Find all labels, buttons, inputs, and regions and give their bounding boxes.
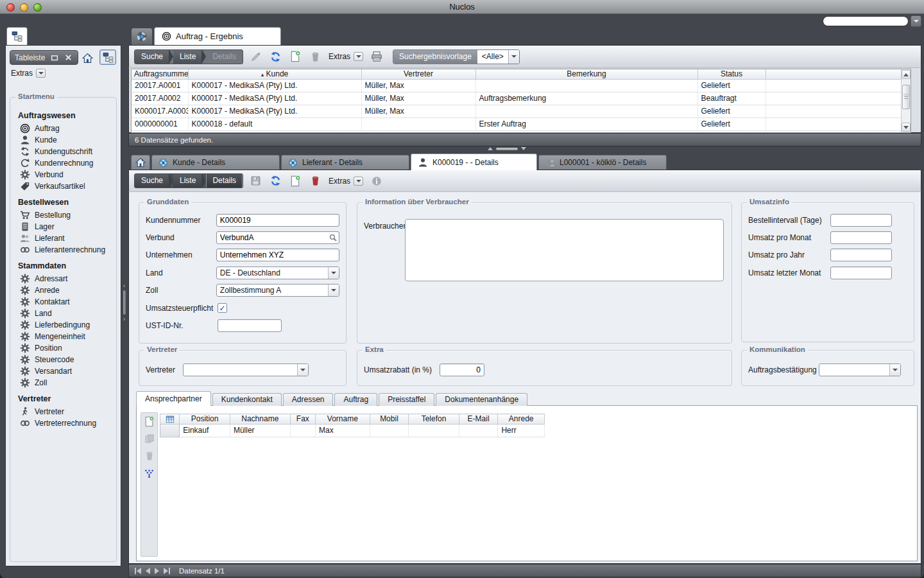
sidebar-item-kontaktart[interactable]: Kontaktart: [18, 296, 114, 308]
splitter-collapse-down-icon[interactable]: [521, 147, 526, 150]
breadcrumb-suche[interactable]: Suche: [135, 173, 169, 188]
subtable-clone-row-button[interactable]: [143, 432, 156, 445]
breadcrumb-details[interactable]: Details: [206, 173, 243, 188]
search-template-select[interactable]: Suchergebnisvorlage <Alle>: [393, 49, 520, 64]
sidebar-item-kundenrechnung[interactable]: Kundenrechnung: [18, 157, 114, 169]
column-header-position[interactable]: Position: [180, 414, 230, 425]
details-extras-button[interactable]: Extras: [327, 177, 364, 186]
collapse-left-icon[interactable]: ‹: [123, 283, 125, 289]
details-home-tab[interactable]: [131, 155, 150, 170]
breadcrumb-liste[interactable]: Liste: [173, 49, 202, 64]
sidebar-item-lager[interactable]: Lager: [18, 221, 114, 232]
sidebar-item-mengeneinheit[interactable]: Mengeneinheit: [18, 331, 114, 342]
subtab-dokumentenanhaenge[interactable]: Dokumentenanhänge: [436, 393, 527, 406]
column-header-status[interactable]: Status: [697, 69, 766, 79]
scroll-up-button[interactable]: [902, 70, 911, 79]
save-button[interactable]: [248, 173, 263, 189]
sidebar-item-kundengutschrift[interactable]: Kundengutschrift: [18, 146, 114, 157]
next-record-button[interactable]: [155, 568, 159, 574]
column-header-kunde[interactable]: ▴ Kunde: [188, 69, 361, 79]
search-icon[interactable]: [329, 233, 338, 242]
subtab-preisstaffel[interactable]: Preisstaffel: [379, 393, 434, 406]
subtab-kundenkontakt[interactable]: Kundenkontakt: [212, 393, 282, 406]
subtable-new-row-button[interactable]: [143, 415, 156, 428]
umsatz-letzter-monat-field[interactable]: [830, 267, 892, 279]
tab-l000001-details[interactable]: L000001 - kölklö - Details: [538, 155, 667, 170]
column-header-auftragsnummer[interactable]: Auftragsnummer: [132, 69, 188, 79]
table-row[interactable]: 0000000001K000018 - defaultErster Auftra…: [132, 118, 911, 130]
subtable-filter-button[interactable]: [143, 467, 156, 480]
column-header-nachname[interactable]: Nachname: [230, 414, 290, 425]
sidebar-splitter[interactable]: ‹ ›: [121, 283, 127, 328]
panel-minimize-button[interactable]: [49, 53, 59, 62]
sidebar-item-land[interactable]: Land: [18, 308, 114, 319]
kundennummer-field[interactable]: [216, 214, 339, 227]
splitter-grip[interactable]: [123, 290, 126, 315]
sidebar-item-auftrag[interactable]: Auftrag: [18, 123, 114, 134]
breadcrumb-liste[interactable]: Liste: [173, 173, 202, 188]
close-window-button[interactable]: [6, 3, 15, 12]
auftragsbestaetigung-select[interactable]: [819, 363, 901, 376]
sidebar-item-adressart[interactable]: Adressart: [18, 273, 114, 285]
sidebar-item-vertreterrechnung[interactable]: Vertreterrechnung: [18, 417, 114, 429]
sidebar-item-position[interactable]: Position: [18, 342, 114, 354]
row-selector[interactable]: [160, 424, 180, 437]
tab-lieferant-details[interactable]: Lieferant - Details: [281, 155, 409, 170]
unternehmen-field[interactable]: [216, 249, 339, 261]
delete-record-button[interactable]: [307, 49, 323, 64]
sidebar-item-kunde[interactable]: Kunde: [18, 134, 114, 146]
land-select[interactable]: DE - Deutschland: [216, 267, 339, 279]
subtab-auftrag[interactable]: Auftrag: [334, 393, 377, 406]
splitter-handle[interactable]: [496, 148, 518, 150]
delete-record-button[interactable]: [307, 173, 323, 189]
tab-kunde-details[interactable]: Kunde - Details: [151, 155, 280, 170]
column-header-anrede[interactable]: Anrede: [498, 414, 545, 425]
umsatz-pro-jahr-field[interactable]: [830, 249, 892, 261]
scroll-down-button[interactable]: [902, 123, 911, 132]
sidebar-item-verbund[interactable]: Verbund: [18, 169, 114, 180]
scrollbar-thumb[interactable]: [902, 85, 910, 109]
refresh-button[interactable]: [268, 49, 283, 64]
sidebar-item-vertreter[interactable]: Vertreter: [18, 406, 114, 417]
first-record-button[interactable]: [135, 568, 141, 574]
splitter-collapse-up-icon[interactable]: [488, 147, 493, 150]
column-header-bemerkung[interactable]: Bemerkung: [475, 69, 697, 79]
column-header-email[interactable]: E-Mail: [459, 414, 498, 425]
umsatzsteuerpflicht-checkbox[interactable]: ✓: [218, 303, 227, 313]
sidebar-item-lieferant[interactable]: Lieferant: [18, 232, 114, 244]
global-search-input[interactable]: [823, 16, 909, 26]
subtable-delete-row-button[interactable]: [143, 450, 156, 462]
sidebar-item-versandart[interactable]: Versandart: [18, 365, 114, 377]
subtab-adressen[interactable]: Adressen: [283, 393, 334, 406]
tab-k000019-details[interactable]: K000019 - - Details: [411, 153, 537, 170]
tree-view-button[interactable]: [99, 49, 116, 65]
ust-id-field[interactable]: [218, 319, 282, 332]
print-button[interactable]: [369, 49, 384, 64]
column-header-vertreter[interactable]: Vertreter: [361, 69, 475, 79]
sidebar-item-bestellung[interactable]: Bestellung: [18, 209, 114, 221]
chevron-down-icon[interactable]: [508, 50, 519, 64]
sidebar-item-steuercode[interactable]: Steuercode: [18, 354, 114, 365]
sidebar-tab[interactable]: [6, 27, 28, 45]
sidebar-extras-button[interactable]: Extras: [11, 69, 46, 78]
panel-close-button[interactable]: [64, 53, 73, 62]
table-row[interactable]: K000017.A0003K000017 - MedikaSA (Pty) Lt…: [132, 105, 911, 118]
results-launcher-tab[interactable]: [131, 28, 153, 45]
table-row[interactable]: Einkauf Müller Max Herr: [160, 424, 545, 437]
global-search-dropdown-button[interactable]: [911, 15, 921, 27]
column-header-vorname[interactable]: Vorname: [316, 414, 370, 425]
horizontal-splitter[interactable]: [488, 147, 526, 150]
table-row[interactable]: 20017.A0002K000017 - MedikaSA (Pty) Ltd.…: [132, 92, 911, 105]
sidebar-item-lieferantenrechnung[interactable]: Lieferantenrechnung: [18, 244, 114, 256]
home-button[interactable]: [79, 50, 96, 66]
subtab-ansprechpartner[interactable]: Ansprechpartner: [136, 391, 211, 406]
new-record-button[interactable]: [287, 49, 303, 64]
sidebar-item-zoll[interactable]: Zoll: [18, 377, 114, 389]
collapse-right-icon[interactable]: ›: [123, 316, 125, 322]
column-header-telefon[interactable]: Telefon: [409, 414, 459, 425]
umsatz-pro-monat-field[interactable]: [830, 231, 892, 244]
breadcrumb-suche[interactable]: Suche: [135, 49, 169, 64]
minimize-window-button[interactable]: [20, 3, 28, 12]
verbund-field[interactable]: [216, 231, 339, 244]
table-settings-button[interactable]: [160, 414, 180, 425]
